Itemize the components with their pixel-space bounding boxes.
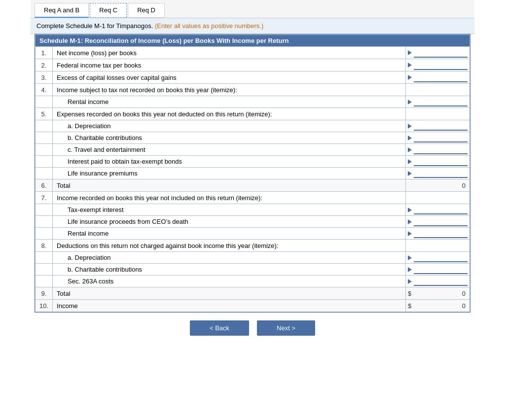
row-num-13: [36, 204, 53, 216]
row-num-2: 3.: [36, 71, 53, 84]
row-num-1: 2.: [36, 59, 53, 71]
input-field-18[interactable]: [414, 265, 468, 274]
row-label-20: Total: [53, 287, 406, 300]
row-input-17[interactable]: [406, 252, 470, 264]
row-input-8[interactable]: [406, 144, 470, 156]
back-button[interactable]: < Back: [190, 320, 249, 336]
row-num-21: 10.: [36, 300, 53, 312]
tab-req-d-label: Req D: [137, 6, 155, 14]
input-field-13[interactable]: [414, 205, 468, 214]
input-field-17[interactable]: [414, 253, 468, 262]
row-label-7: b. Charitable contributions: [53, 132, 406, 144]
row-label-18: b. Charitable contributions: [53, 264, 406, 276]
row-label-4: Rental income: [53, 96, 406, 108]
row-label-9: Interest paid to obtain tax-exempt bonds: [53, 156, 406, 168]
row-label-11: Total: [53, 179, 406, 192]
triangle-icon-13: [408, 208, 412, 212]
input-field-19[interactable]: [414, 277, 468, 286]
row-label-15: Rental income: [53, 228, 406, 240]
schedule-title: Schedule M-1: Reconciliation of Income (…: [36, 35, 470, 47]
tab-req-ab[interactable]: Req A and B: [35, 3, 89, 18]
row-input-4[interactable]: [406, 96, 470, 108]
triangle-icon-7: [408, 136, 412, 140]
row-input-1[interactable]: [406, 59, 470, 71]
bottom-buttons: < Back Next >: [31, 313, 474, 344]
row-input-5: [406, 108, 470, 120]
triangle-icon-6: [408, 124, 412, 129]
row-num-0: 1.: [36, 47, 53, 59]
row-input-10[interactable]: [406, 168, 470, 179]
row-input-12: [406, 192, 470, 204]
row-label-6: a. Depreciation: [53, 120, 406, 132]
row-num-12: 7.: [36, 192, 53, 204]
tab-req-c-label: Req C: [99, 6, 117, 14]
input-field-0[interactable]: [414, 48, 468, 58]
instructions-highlight: (Enter all values as positive numbers.): [155, 22, 263, 30]
row-num-4: [36, 96, 53, 108]
triangle-icon-17: [408, 255, 412, 260]
triangle-icon-15: [408, 231, 412, 236]
input-field-1[interactable]: [414, 61, 468, 70]
row-input-0[interactable]: [406, 47, 470, 59]
row-num-17: [36, 252, 53, 264]
row-label-13: Tax-exempt interest: [53, 204, 406, 216]
row-input-13[interactable]: [406, 204, 470, 216]
tab-bar: Req A and B Req C Req D: [31, 0, 474, 18]
row-num-19: [36, 276, 53, 287]
instructions-text: Complete Schedule M-1 for Timpanogos.: [36, 22, 153, 30]
input-field-9[interactable]: [414, 157, 468, 166]
row-num-6: [36, 120, 53, 132]
row-input-9[interactable]: [406, 156, 470, 168]
row-input-19[interactable]: [406, 276, 470, 287]
tab-req-d[interactable]: Req D: [128, 3, 165, 18]
row-num-5: 5.: [36, 108, 53, 120]
instructions-bar: Complete Schedule M-1 for Timpanogos. (E…: [31, 18, 474, 34]
row-label-14: Life insurance proceeds from CEO’s death: [53, 216, 406, 228]
row-label-16: Deductions on this return not charged ag…: [53, 240, 406, 252]
row-num-16: 8.: [36, 240, 53, 252]
row-input-20: $0: [406, 287, 470, 300]
row-label-19: Sec. 263A costs: [53, 276, 406, 287]
row-input-18[interactable]: [406, 264, 470, 276]
input-field-2[interactable]: [414, 73, 468, 82]
triangle-icon-0: [408, 50, 412, 55]
row-num-14: [36, 216, 53, 228]
row-num-10: [36, 168, 53, 179]
row-num-15: [36, 228, 53, 240]
row-label-3: Income subject to tax not recorded on bo…: [53, 84, 406, 96]
input-field-7[interactable]: [414, 133, 468, 142]
input-field-4[interactable]: [414, 97, 468, 106]
row-label-12: Income recorded on books this year not i…: [53, 192, 406, 204]
row-label-21: Income: [53, 300, 406, 312]
triangle-icon-18: [408, 267, 412, 272]
row-input-2[interactable]: [406, 71, 470, 84]
row-num-7: [36, 132, 53, 144]
row-label-5: Expenses recorded on books this year not…: [53, 108, 406, 120]
row-label-0: Net income (loss) per books: [53, 47, 406, 59]
schedule-table: Schedule M-1: Reconciliation of Income (…: [35, 35, 470, 312]
next-button[interactable]: Next >: [257, 320, 315, 336]
schedule-container: Schedule M-1: Reconciliation of Income (…: [35, 34, 470, 313]
input-field-14[interactable]: [414, 217, 468, 226]
row-input-7[interactable]: [406, 132, 470, 144]
input-field-10[interactable]: [414, 169, 468, 178]
input-field-8[interactable]: [414, 145, 468, 154]
input-field-6[interactable]: [414, 121, 468, 131]
row-input-15[interactable]: [406, 228, 470, 240]
triangle-icon-9: [408, 159, 412, 164]
row-input-6[interactable]: [406, 120, 470, 132]
triangle-icon-2: [408, 75, 412, 80]
triangle-icon-4: [408, 100, 412, 105]
row-num-11: 6.: [36, 179, 53, 192]
row-label-1: Federal income tax per books: [53, 59, 406, 71]
row-num-8: [36, 144, 53, 156]
row-input-21: $0: [406, 300, 470, 312]
input-field-15[interactable]: [414, 229, 468, 238]
row-num-9: [36, 156, 53, 168]
triangle-icon-10: [408, 171, 412, 176]
row-label-2: Excess of capital losses over capital ga…: [53, 71, 406, 84]
triangle-icon-14: [408, 219, 412, 224]
row-input-16: [406, 240, 470, 252]
row-input-14[interactable]: [406, 216, 470, 228]
tab-req-c[interactable]: Req C: [90, 3, 127, 18]
